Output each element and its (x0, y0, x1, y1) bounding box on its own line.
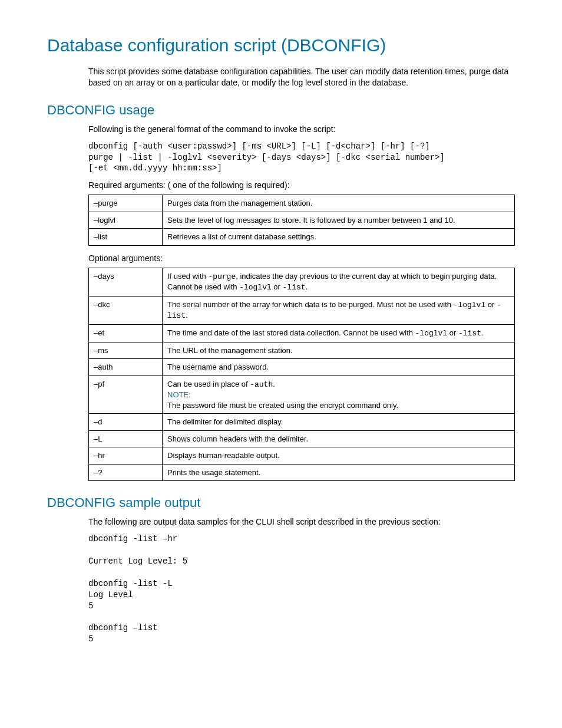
sample-heading: DBCONFIG sample output (47, 495, 515, 510)
arg-desc: Sets the level of log messages to store.… (163, 212, 515, 229)
required-args-table: –purge Purges data from the management s… (88, 195, 515, 246)
note-label: NOTE: (167, 390, 191, 399)
arg-desc: Displays human-readable output. (163, 447, 515, 465)
table-row: –L Shows column headers with the delimit… (89, 430, 515, 447)
usage-lead: Following is the general format of the c… (88, 124, 515, 135)
arg-desc: Can be used in place of -auth. NOTE: The… (163, 375, 515, 414)
arg-name: –dkc (89, 296, 163, 324)
arg-name: –days (89, 268, 163, 296)
arg-name: –pf (89, 375, 163, 414)
arg-desc: The username and password. (163, 359, 515, 376)
arg-desc: Purges data from the management station. (163, 195, 515, 212)
arg-name: –d (89, 414, 163, 431)
page-title: Database configuration script (DBCONFIG) (47, 35, 515, 55)
arg-desc: Retrieves a list of current database set… (163, 229, 515, 246)
arg-desc: Shows column headers with the delimiter. (163, 430, 515, 447)
arg-desc: The delimiter for delimited display. (163, 414, 515, 431)
optional-label: Optional arguments: (88, 253, 515, 264)
arg-name: –auth (89, 359, 163, 376)
arg-name: –L (89, 430, 163, 447)
required-label: Required arguments: ( one of the followi… (88, 180, 515, 191)
table-row: –list Retrieves a list of current databa… (89, 229, 515, 246)
arg-name: –hr (89, 447, 163, 465)
table-row: –d The delimiter for delimited display. (89, 414, 515, 431)
sample-lead: The following are output data samples fo… (88, 516, 515, 528)
sample-code: dbconfig -list –hr Current Log Level: 5 … (88, 533, 515, 645)
table-row: –days If used with -purge, indicates the… (89, 268, 515, 296)
table-row: –auth The username and password. (89, 359, 515, 376)
table-row: –dkc The serial number of the array for … (89, 296, 515, 324)
arg-name: –et (89, 324, 163, 342)
optional-args-table: –days If used with -purge, indicates the… (88, 268, 515, 482)
table-row: –purge Purges data from the management s… (89, 195, 515, 212)
arg-name: –loglvl (89, 212, 163, 229)
arg-desc: The URL of the management station. (163, 342, 515, 359)
arg-name: –ms (89, 342, 163, 359)
table-row: –? Prints the usage statement. (89, 464, 515, 481)
arg-name: –list (89, 229, 163, 246)
arg-desc: The time and date of the last stored dat… (163, 324, 515, 342)
arg-desc: Prints the usage statement. (163, 464, 515, 481)
usage-heading: DBCONFIG usage (47, 103, 515, 118)
usage-code: dbconfig [-auth <user:passwd>] [-ms <URL… (88, 141, 515, 174)
table-row: –pf Can be used in place of -auth. NOTE:… (89, 375, 515, 414)
table-row: –ms The URL of the management station. (89, 342, 515, 359)
arg-desc: If used with -purge, indicates the day p… (163, 268, 515, 296)
table-row: –hr Displays human-readable output. (89, 447, 515, 465)
table-row: –et The time and date of the last stored… (89, 324, 515, 342)
arg-desc: The serial number of the array for which… (163, 296, 515, 324)
intro-paragraph: This script provides some database confi… (88, 66, 515, 88)
arg-name: –purge (89, 195, 163, 212)
table-row: –loglvl Sets the level of log messages t… (89, 212, 515, 229)
arg-name: –? (89, 464, 163, 481)
